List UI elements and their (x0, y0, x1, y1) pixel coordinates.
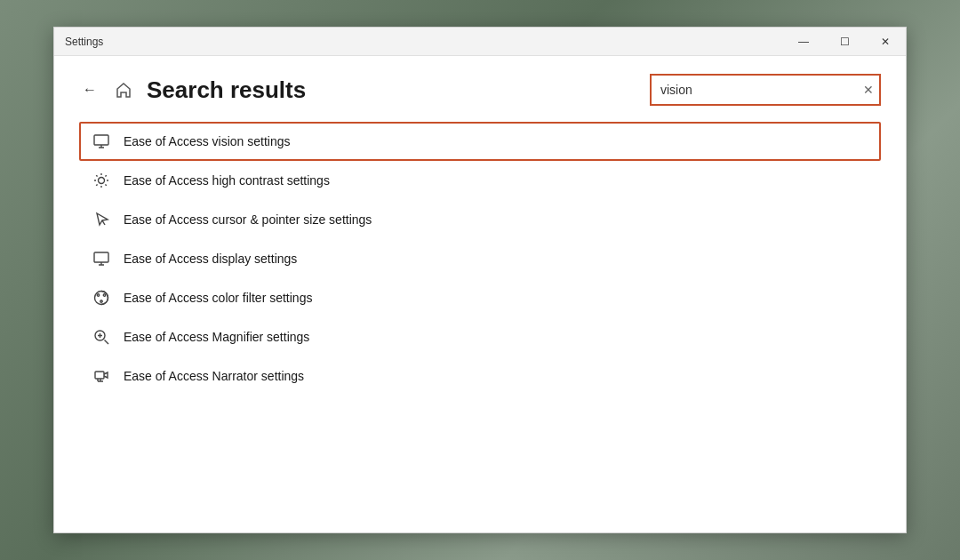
minimize-button[interactable]: — (783, 28, 824, 56)
result-label-high-contrast: Ease of Access high contrast settings (124, 173, 330, 188)
result-label-display: Ease of Access display settings (124, 252, 297, 266)
result-label-magnifier: Ease of Access Magnifier settings (124, 330, 309, 344)
narrator-icon (92, 367, 111, 385)
monitor-icon (92, 132, 111, 150)
result-item-color-filter[interactable]: Ease of Access color filter settings (79, 278, 881, 317)
svg-rect-0 (94, 135, 108, 145)
display-icon (92, 250, 111, 268)
title-bar: Settings — ☐ ✕ (54, 28, 906, 56)
result-label-color-filter: Ease of Access color filter settings (124, 291, 312, 305)
header-row: ← Search results ✕ (54, 56, 906, 115)
svg-rect-8 (95, 372, 104, 379)
result-item-narrator[interactable]: Ease of Access Narrator settings (79, 356, 881, 396)
result-item-display[interactable]: Ease of Access display settings (79, 239, 881, 278)
title-bar-left: Settings (65, 36, 103, 48)
pointer-icon (92, 211, 111, 228)
content-area: ← Search results ✕ (54, 56, 906, 532)
result-item-vision[interactable]: Ease of Access vision settings (79, 122, 881, 161)
search-box: ✕ (650, 74, 881, 106)
svg-point-1 (99, 178, 105, 184)
title-bar-controls: — ☐ ✕ (783, 28, 906, 56)
magnifier-icon (92, 328, 111, 346)
svg-point-5 (103, 294, 105, 296)
home-icon (115, 81, 132, 99)
result-item-magnifier[interactable]: Ease of Access Magnifier settings (79, 317, 881, 356)
close-button[interactable]: ✕ (865, 28, 906, 56)
svg-point-4 (97, 294, 99, 296)
page-title: Search results (147, 76, 306, 104)
result-label-vision: Ease of Access vision settings (124, 134, 291, 148)
search-input[interactable] (650, 74, 881, 106)
maximize-button[interactable]: ☐ (824, 28, 865, 56)
svg-rect-2 (94, 252, 108, 262)
sun-icon (92, 172, 111, 189)
palette-icon (92, 289, 111, 307)
results-list: Ease of Access vision settings Ease of A… (54, 115, 906, 403)
home-button[interactable] (115, 81, 132, 99)
header-left: ← Search results (79, 76, 306, 104)
search-clear-button[interactable]: ✕ (863, 83, 874, 97)
result-label-narrator: Ease of Access Narrator settings (124, 369, 304, 383)
result-item-cursor-pointer[interactable]: Ease of Access cursor & pointer size set… (79, 200, 881, 239)
result-label-cursor-pointer: Ease of Access cursor & pointer size set… (124, 212, 372, 227)
result-item-high-contrast[interactable]: Ease of Access high contrast settings (79, 161, 881, 200)
back-button[interactable]: ← (79, 78, 100, 101)
back-icon: ← (83, 82, 97, 98)
svg-point-6 (100, 300, 102, 302)
settings-window: Settings — ☐ ✕ ← Search results (53, 27, 907, 533)
window-title: Settings (65, 36, 103, 48)
